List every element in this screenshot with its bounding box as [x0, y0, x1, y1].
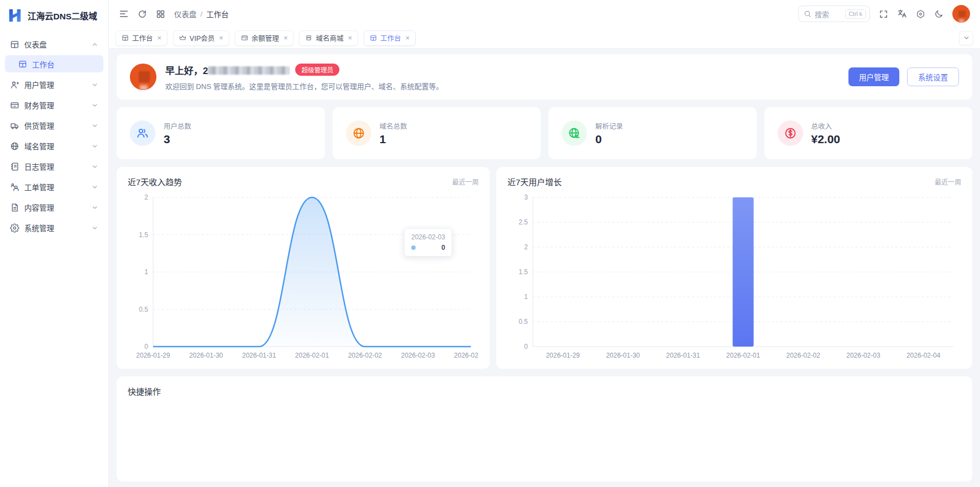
svg-text:1.5: 1.5	[518, 268, 528, 276]
revenue-chart-body: 00.511.522026-01-292026-01-302026-01-312…	[128, 191, 479, 362]
svg-text:1: 1	[524, 293, 528, 301]
sidebar-item-dashboard[interactable]: 仪表盘	[5, 35, 103, 54]
user-avatar[interactable]	[952, 5, 970, 23]
close-icon[interactable]: ×	[219, 34, 223, 42]
tab-label: 工作台	[380, 33, 401, 43]
welcome-actions: 用户管理 系统设置	[848, 67, 959, 86]
document-icon	[10, 203, 19, 212]
dashboard-icon	[370, 34, 377, 41]
users-icon	[130, 121, 155, 146]
sidebar-item-workbench[interactable]: 工作台	[5, 55, 103, 72]
settings-icon[interactable]	[916, 9, 925, 19]
chevron-down-icon	[91, 163, 98, 170]
sidebar-item-supply[interactable]: 供货管理	[5, 116, 103, 135]
svg-text:2026-02-04: 2026-02-04	[906, 352, 941, 359]
apps-grid-icon[interactable]	[156, 9, 165, 19]
svg-text:1.5: 1.5	[139, 231, 148, 239]
role-badge: 超级管理员	[295, 64, 339, 76]
svg-text:2026-01-30: 2026-01-30	[606, 352, 640, 359]
globe-icon	[10, 142, 19, 151]
svg-text:1: 1	[144, 268, 148, 276]
sidebar-item-label: 仪表盘	[24, 39, 47, 50]
svg-text:2026-01-29: 2026-01-29	[136, 352, 170, 359]
fullscreen-icon[interactable]	[879, 9, 888, 19]
sidebar-item-tickets[interactable]: 工单管理	[5, 177, 103, 196]
stat-value: ¥2.00	[811, 133, 841, 146]
chart-title: 近7天用户增长	[507, 176, 562, 187]
sidebar-item-finance[interactable]: 财务管理	[5, 96, 103, 114]
sidebar-item-content[interactable]: 内容管理	[5, 198, 103, 217]
quick-actions-title: 快捷操作	[128, 385, 961, 397]
close-icon[interactable]: ×	[284, 34, 288, 42]
stat-texts: 域名总数 1	[380, 121, 407, 146]
chart-range-label: 最近一周	[452, 177, 479, 186]
finance-card-icon	[10, 101, 19, 110]
moon-icon[interactable]	[934, 9, 944, 19]
refresh-icon[interactable]	[138, 9, 147, 19]
menu-fold-icon[interactable]	[119, 9, 129, 19]
money-circle-icon	[778, 121, 803, 146]
chevron-down-icon	[91, 102, 98, 109]
greeting-text: 早上好，2	[165, 63, 290, 77]
chevron-down-icon	[91, 81, 98, 88]
sidebar: 江海云DNS二级域 仪表盘 工作台 用户管理	[0, 0, 109, 487]
tabs-dropdown-button[interactable]	[959, 31, 973, 45]
svg-text:2026-02-02: 2026-02-02	[787, 352, 821, 359]
revenue-chart-canvas[interactable]: 00.511.522026-01-292026-01-302026-01-312…	[128, 191, 479, 362]
stat-value: 0	[595, 133, 623, 146]
growth-chart-canvas[interactable]: 00.511.522.532026-01-292026-01-302026-01…	[507, 191, 961, 362]
stat-label: 总收入	[811, 121, 841, 131]
redacted-username	[208, 66, 290, 75]
stat-card-dns-records: 解析记录 0	[548, 107, 757, 159]
sidebar-item-users[interactable]: 用户管理	[5, 75, 103, 94]
sidebar-item-label: 系统管理	[24, 222, 54, 233]
tab-vip[interactable]: VIP会员 ×	[173, 30, 229, 46]
search-icon	[804, 10, 811, 18]
chart-range-label: 最近一周	[935, 177, 961, 186]
stat-texts: 总收入 ¥2.00	[811, 121, 841, 146]
search-input[interactable]: 搜索 Ctrl k	[798, 6, 870, 22]
svg-text:2.5: 2.5	[518, 218, 528, 226]
sidebar-item-domains[interactable]: 域名管理	[5, 137, 103, 155]
close-icon[interactable]: ×	[406, 34, 410, 42]
tab-workbench-active[interactable]: 工作台 ×	[364, 30, 416, 46]
svg-text:0.5: 0.5	[139, 306, 148, 313]
stat-card-users: 用户总数 3	[117, 107, 325, 159]
stat-texts: 解析记录 0	[595, 121, 623, 146]
stat-card-revenue: 总收入 ¥2.00	[764, 107, 973, 159]
svg-text:2: 2	[144, 193, 148, 201]
top-header: 仪表盘 / 工作台 搜索 Ctrl k	[109, 0, 980, 28]
welcome-avatar	[130, 64, 156, 90]
close-icon[interactable]: ×	[348, 34, 352, 42]
log-book-icon	[10, 162, 19, 171]
tooltip-date: 2026-02-03	[411, 233, 445, 241]
welcome-texts: 早上好，2 超级管理员 欢迎回到 DNS 管理系统。这里是管理员工作台，您可以管…	[165, 63, 443, 91]
breadcrumb-separator: /	[201, 10, 203, 18]
breadcrumb: 仪表盘 / 工作台	[174, 8, 229, 19]
stat-cards-row: 用户总数 3 域名总数 1 解析记录 0	[117, 107, 972, 159]
tab-label: VIP会员	[190, 33, 214, 43]
sidebar-item-label: 供货管理	[24, 120, 54, 131]
tab-workbench[interactable]: 工作台 ×	[116, 30, 167, 46]
tab-domain-shop[interactable]: 域名商城 ×	[299, 30, 358, 46]
system-settings-button[interactable]: 系统设置	[907, 67, 959, 86]
growth-chart-body: 00.511.522.532026-01-292026-01-302026-01…	[507, 191, 961, 362]
breadcrumb-dashboard[interactable]: 仪表盘	[174, 8, 197, 19]
sidebar-item-system[interactable]: 系统管理	[5, 218, 103, 237]
close-icon[interactable]: ×	[158, 34, 162, 42]
user-management-button[interactable]: 用户管理	[848, 67, 899, 86]
app-logo-row[interactable]: 江海云DNS二级域	[0, 0, 108, 31]
sidebar-item-label: 财务管理	[24, 100, 54, 111]
breadcrumb-workbench[interactable]: 工作台	[206, 8, 229, 19]
stat-value: 1	[380, 133, 407, 146]
globe-icon	[346, 121, 371, 146]
svg-text:2: 2	[524, 243, 528, 251]
sidebar-item-logs[interactable]: 日志管理	[5, 157, 103, 176]
translate-icon[interactable]	[897, 9, 907, 19]
user-add-icon	[10, 80, 19, 90]
svg-text:2026-01-30: 2026-01-30	[189, 352, 223, 359]
sidebar-item-label: 用户管理	[24, 79, 54, 90]
tab-balance[interactable]: 余额管理 ×	[235, 30, 294, 46]
dns-globe-icon	[562, 121, 587, 146]
app-logo-icon	[7, 7, 23, 24]
